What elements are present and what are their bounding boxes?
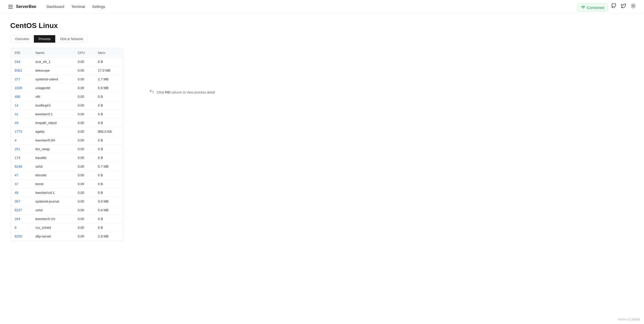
col-mem: Mem: [94, 48, 123, 58]
table-row: 488 nfit 0.00 0 B: [11, 92, 123, 101]
cell-name: kworker/0:1: [31, 110, 73, 119]
cell-cpu: 0.00: [73, 171, 94, 180]
tab-group: Overview Process Disk & Network: [10, 35, 88, 43]
nav-links: Dashboard Terminal Settings: [46, 5, 611, 9]
cell-mem: 5.9 MB: [94, 84, 123, 92]
cell-cpu: 0.00: [73, 197, 94, 206]
cell-pid[interactable]: 1775: [11, 127, 31, 136]
nav-dashboard[interactable]: Dashboard: [46, 5, 64, 9]
cell-pid[interactable]: 251: [11, 145, 31, 154]
svg-line-4: [634, 7, 635, 7]
theme-toggle-icon[interactable]: [631, 3, 636, 10]
github-icon[interactable]: [611, 3, 616, 10]
tab-overview[interactable]: Overview: [11, 35, 34, 43]
table-header-row: PID Name CPU Mem: [11, 48, 123, 58]
cell-pid[interactable]: 377: [11, 75, 31, 84]
cell-pid[interactable]: 8301: [11, 66, 31, 75]
cell-pid[interactable]: 174: [11, 154, 31, 162]
cell-name: uniagentd: [31, 84, 73, 92]
cell-mem: 0 B: [94, 145, 123, 154]
cell-pid[interactable]: 48: [11, 188, 31, 197]
cell-pid[interactable]: 357: [11, 197, 31, 206]
tab-process[interactable]: Process: [34, 35, 55, 43]
cell-pid[interactable]: 8248: [11, 162, 31, 171]
brand-name: ServerBee: [16, 4, 36, 9]
cell-name: ttm_swap: [31, 145, 73, 154]
cell-cpu: 0.00: [73, 84, 94, 92]
table-row: 14 ksoftirqd/1 0.00 0 B: [11, 101, 123, 110]
nav-settings[interactable]: Settings: [92, 5, 105, 9]
cell-pid[interactable]: 488: [11, 92, 31, 101]
cell-pid[interactable]: 31: [11, 110, 31, 119]
cell-mem: 0 B: [94, 101, 123, 110]
cell-name: kworker/0:1H: [31, 215, 73, 223]
table-row: 48 kworker/u4:1 0.00 0 B: [11, 188, 123, 197]
cell-name: telescope: [31, 66, 73, 75]
cell-cpu: 0.00: [73, 232, 94, 241]
cell-pid[interactable]: 37: [11, 180, 31, 188]
table-row: 174 kauditd 0.00 0 B: [11, 154, 123, 162]
cell-mem: 5.8 MB: [94, 206, 123, 215]
svg-line-3: [632, 4, 632, 5]
main-content: CentOS Linux Overview Process Disk & Net…: [0, 13, 644, 249]
nav-terminal[interactable]: Terminal: [71, 5, 85, 9]
svg-point-0: [632, 5, 634, 7]
brand[interactable]: ServerBee: [8, 4, 36, 9]
cell-mem: 0 B: [94, 223, 123, 232]
table-row: 8301 telescope 0.00 17.0 MB: [11, 66, 123, 75]
cell-name: kauditd: [31, 154, 73, 162]
cell-name: kmpath_rdacd: [31, 119, 73, 127]
navbar: ServerBee Dashboard Terminal Settings: [0, 0, 644, 13]
cell-mem: 2.8 MB: [94, 232, 123, 241]
cell-cpu: 0.00: [73, 75, 94, 84]
nav-icon-group: [611, 3, 636, 10]
table-row: 251 ttm_swap 0.00 0 B: [11, 145, 123, 154]
cell-pid[interactable]: 264: [11, 215, 31, 223]
cell-pid[interactable]: 4: [11, 136, 31, 145]
table-row: 1828 uniagentd 0.00 5.9 MB: [11, 84, 123, 92]
hint-click-label: Click: [157, 90, 164, 94]
cell-pid[interactable]: 244: [11, 58, 31, 66]
hint-pid-label: PID: [165, 90, 171, 94]
tab-disk-network[interactable]: Disk & Network: [55, 35, 88, 43]
cell-mem: 0 B: [94, 58, 123, 66]
cell-pid[interactable]: 49: [11, 119, 31, 127]
cell-name: rcu_sched: [31, 223, 73, 232]
table-row: 9 rcu_sched 0.00 0 B: [11, 223, 123, 232]
cell-name: sftp-server: [31, 232, 73, 241]
page-title: CentOS Linux: [10, 22, 634, 30]
cell-mem: 0 B: [94, 110, 123, 119]
cell-mem: 5.7 MB: [94, 162, 123, 171]
cell-pid[interactable]: 1828: [11, 84, 31, 92]
cell-mem: 2.7 MB: [94, 75, 123, 84]
cell-cpu: 0.00: [73, 101, 94, 110]
cell-cpu: 0.00: [73, 110, 94, 119]
cell-mem: 860.0 KB: [94, 127, 123, 136]
cell-mem: 0 B: [94, 180, 123, 188]
cell-cpu: 0.00: [73, 58, 94, 66]
cell-cpu: 0.00: [73, 127, 94, 136]
cell-name: scsi_eh_1: [31, 58, 73, 66]
cell-mem: 3.0 MB: [94, 197, 123, 206]
cell-name: ksoftirqd/1: [31, 101, 73, 110]
cell-pid[interactable]: 47: [11, 171, 31, 180]
hamburger-icon[interactable]: [8, 5, 13, 8]
cell-pid[interactable]: 9: [11, 223, 31, 232]
cell-cpu: 0.00: [73, 206, 94, 215]
cell-pid[interactable]: 8250: [11, 232, 31, 241]
twitter-icon[interactable]: [621, 3, 626, 10]
cell-pid[interactable]: 14: [11, 101, 31, 110]
cell-cpu: 0.00: [73, 92, 94, 101]
hint-text: Click PID column to view process detail: [157, 90, 215, 94]
process-table: PID Name CPU Mem 244 scsi_eh_1 0.00 0 B …: [10, 48, 123, 241]
cell-name: sshd: [31, 206, 73, 215]
cell-cpu: 0.00: [73, 66, 94, 75]
col-name: Name: [31, 48, 73, 58]
cell-cpu: 0.00: [73, 215, 94, 223]
cell-pid[interactable]: 8227: [11, 206, 31, 215]
cell-cpu: 0.00: [73, 119, 94, 127]
content-area: PID Name CPU Mem 244 scsi_eh_1 0.00 0 B …: [10, 48, 634, 241]
cell-mem: 0 B: [94, 215, 123, 223]
connected-label: Connected: [587, 6, 604, 10]
cell-mem: 0 B: [94, 92, 123, 101]
